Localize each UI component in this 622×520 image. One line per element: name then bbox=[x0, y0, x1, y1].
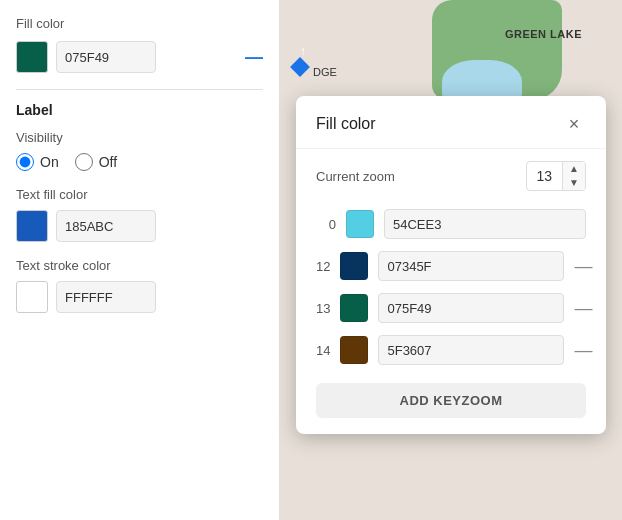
kz-input-0[interactable] bbox=[384, 209, 586, 239]
fill-color-remove-icon[interactable]: — bbox=[245, 47, 263, 68]
kz-swatch-13[interactable] bbox=[340, 294, 368, 322]
kz-input-13[interactable] bbox=[378, 293, 564, 323]
map-diamond-icon bbox=[290, 57, 310, 77]
text-fill-color-swatch[interactable] bbox=[16, 210, 48, 242]
visibility-radio-group: On Off bbox=[16, 153, 263, 171]
divider-1 bbox=[16, 89, 263, 90]
map-arrow-icon: ↑ bbox=[300, 44, 306, 58]
kz-zoom-12: 12 bbox=[316, 259, 330, 274]
text-fill-color-row bbox=[16, 210, 263, 242]
green-lake-label: GREEN LAKE bbox=[505, 28, 582, 40]
kz-zoom-13: 13 bbox=[316, 301, 330, 316]
left-panel: Fill color — Label Visibility On Off Tex… bbox=[0, 0, 280, 520]
keyzoom-rows: 0 12 — 13 — 14 — bbox=[296, 203, 606, 371]
fill-color-row: — bbox=[16, 41, 263, 73]
kz-input-12[interactable] bbox=[378, 251, 564, 281]
kz-zoom-0: 0 bbox=[316, 217, 336, 232]
popup-title: Fill color bbox=[316, 115, 376, 133]
popup-close-button[interactable]: × bbox=[562, 112, 586, 136]
kz-remove-13[interactable]: — bbox=[574, 298, 592, 319]
text-fill-color-input[interactable] bbox=[56, 210, 156, 242]
zoom-down-button[interactable]: ▼ bbox=[563, 176, 585, 190]
visibility-on-radio[interactable] bbox=[16, 153, 34, 171]
zoom-arrows: ▲ ▼ bbox=[562, 162, 585, 190]
current-zoom-label: Current zoom bbox=[316, 169, 395, 184]
label-section-title: Label bbox=[16, 102, 263, 118]
fill-color-input[interactable] bbox=[56, 41, 156, 73]
keyzoom-row: 0 bbox=[316, 203, 586, 245]
kz-remove-12[interactable]: — bbox=[574, 256, 592, 277]
text-fill-color-label: Text fill color bbox=[16, 187, 263, 202]
visibility-off-radio[interactable] bbox=[75, 153, 93, 171]
kz-remove-14[interactable]: — bbox=[574, 340, 592, 361]
add-keyzoom-button[interactable]: ADD KEYZOOM bbox=[316, 383, 586, 418]
kz-swatch-14[interactable] bbox=[340, 336, 368, 364]
text-stroke-color-input[interactable] bbox=[56, 281, 156, 313]
zoom-row: Current zoom 13 ▲ ▼ bbox=[296, 149, 606, 203]
text-stroke-color-row bbox=[16, 281, 263, 313]
fill-color-swatch[interactable] bbox=[16, 41, 48, 73]
text-stroke-color-label: Text stroke color bbox=[16, 258, 263, 273]
fill-color-label: Fill color bbox=[16, 16, 263, 31]
kz-zoom-14: 14 bbox=[316, 343, 330, 358]
zoom-value: 13 bbox=[527, 164, 563, 188]
visibility-off-label: Off bbox=[99, 154, 117, 170]
kz-swatch-0[interactable] bbox=[346, 210, 374, 238]
text-stroke-color-swatch[interactable] bbox=[16, 281, 48, 313]
fill-color-popup: Fill color × Current zoom 13 ▲ ▼ 0 12 — bbox=[296, 96, 606, 434]
visibility-label: Visibility bbox=[16, 130, 263, 145]
keyzoom-row: 12 — bbox=[316, 245, 586, 287]
keyzoom-row: 13 — bbox=[316, 287, 586, 329]
dge-label: DGE bbox=[313, 66, 337, 78]
visibility-on-label: On bbox=[40, 154, 59, 170]
keyzoom-row: 14 — bbox=[316, 329, 586, 371]
visibility-on-option[interactable]: On bbox=[16, 153, 59, 171]
popup-header: Fill color × bbox=[296, 96, 606, 149]
kz-swatch-12[interactable] bbox=[340, 252, 368, 280]
zoom-control: 13 ▲ ▼ bbox=[526, 161, 586, 191]
zoom-up-button[interactable]: ▲ bbox=[563, 162, 585, 176]
kz-input-14[interactable] bbox=[378, 335, 564, 365]
visibility-off-option[interactable]: Off bbox=[75, 153, 117, 171]
